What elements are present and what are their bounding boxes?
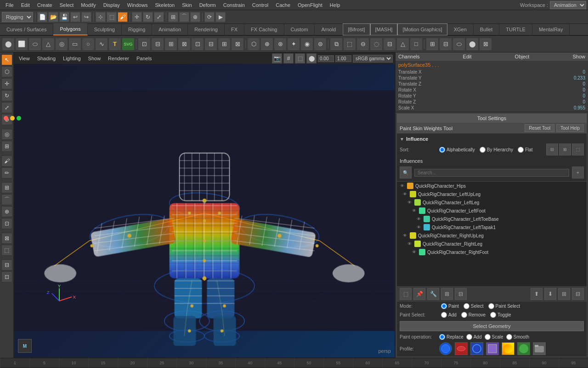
influence-item-rightleg[interactable]: 👁 QuickRigCharacter_RightLeg — [397, 240, 587, 248]
cylinder-btn[interactable]: ⬭ — [28, 38, 41, 51]
profile-icon-bell[interactable] — [455, 342, 468, 355]
workspace-select[interactable]: Animation — [550, 1, 586, 9]
paint-op-scale-radio[interactable]: Scale — [485, 334, 503, 340]
menu-cache[interactable]: Cache — [272, 1, 294, 9]
show-manip-btn[interactable]: ⊞ — [1, 141, 12, 152]
maximize-window-btn[interactable] — [17, 116, 21, 121]
automatic-map-btn[interactable]: ⊠ — [479, 38, 492, 51]
mirror-btn[interactable]: ⊟ — [383, 38, 396, 51]
sort-alpha-radio[interactable]: Alphabetically — [439, 147, 475, 153]
soft-select-btn[interactable]: ◎ — [1, 129, 12, 140]
tick-50[interactable]: 50 — [294, 358, 323, 368]
tick-90[interactable]: 90 — [529, 358, 559, 368]
menu-display[interactable]: Display — [100, 1, 124, 9]
open-scene-btn[interactable]: 📂 — [48, 12, 58, 22]
eye-icon-lefttapak1[interactable]: 👁 — [415, 224, 422, 230]
tick-45[interactable]: 45 — [265, 358, 294, 368]
quadrangulate-btn[interactable]: □ — [410, 38, 423, 51]
offset-loop-btn[interactable]: ⊞ — [218, 38, 231, 51]
select-tool-btn[interactable]: ↖ — [1, 54, 12, 65]
tick-1[interactable]: 1 — [0, 358, 29, 368]
tick-70[interactable]: 70 — [412, 358, 441, 368]
influence-expand-btn[interactable]: ⊞ — [558, 288, 570, 300]
append-btn[interactable]: ⊞ — [164, 38, 177, 51]
menu-select[interactable]: Select — [56, 1, 78, 9]
smooth-btn[interactable]: ◌ — [370, 38, 383, 51]
influences-view-large-btn[interactable]: ⬚ — [572, 144, 584, 155]
weld-btn[interactable]: ✦ — [287, 38, 300, 51]
split-btn[interactable]: ⊡ — [191, 38, 204, 51]
eye-icon-hips[interactable]: 👁 — [399, 183, 405, 189]
circularize-btn[interactable]: ◉ — [300, 38, 313, 51]
tab-bullet[interactable]: Bullet — [474, 23, 500, 35]
influence-move-down-btn[interactable]: ⬇ — [544, 288, 556, 300]
menu-openflight[interactable]: OpenFlight — [294, 1, 326, 9]
influence-move-up-btn[interactable]: ⬆ — [531, 288, 543, 300]
menu-skeleton[interactable]: Skeleton — [151, 1, 178, 9]
paint-btn[interactable]: 🖌 — [118, 12, 128, 22]
tick-85[interactable]: 85 — [500, 358, 529, 368]
channels-tab[interactable]: Channels — [398, 54, 419, 59]
tick-95[interactable]: 95 — [559, 358, 588, 368]
tab-fx-caching[interactable]: FX Caching — [244, 23, 284, 35]
sort-flat-radio[interactable]: Flat — [518, 147, 533, 153]
select-geometry-btn[interactable]: Select Geometry — [400, 321, 584, 331]
tick-40[interactable]: 40 — [235, 358, 265, 368]
vp-show-menu[interactable]: Show — [85, 55, 104, 62]
mode-select[interactable]: Rigging — [2, 12, 33, 22]
influence-item-rightupleg[interactable]: 👁 QuickRigCharacter_RightUpLeg — [397, 231, 587, 240]
show-tab[interactable]: Show — [572, 54, 585, 59]
tab-rigging[interactable]: Rigging — [122, 23, 152, 35]
eye-icon-leftfoot[interactable]: 👁 — [411, 207, 417, 214]
menu-constrain[interactable]: Constrain — [220, 1, 249, 9]
bevel-btn[interactable]: ⬡ — [247, 38, 260, 51]
influences-view-list-btn[interactable]: ⊟ — [546, 144, 558, 155]
menu-skin[interactable]: Skin — [178, 1, 195, 9]
select-btn[interactable]: ⊹ — [96, 12, 106, 22]
tick-80[interactable]: 80 — [470, 358, 500, 368]
vp-view-menu[interactable]: View — [16, 55, 33, 62]
paint-effects-btn[interactable]: ✏ — [1, 167, 12, 178]
influence-item-lefttoebase[interactable]: 👁 QuickRigCharacter_LeftToeBase — [397, 215, 587, 223]
tab-mentalray[interactable]: MentalRay — [532, 23, 570, 35]
eye-icon-leftupleg[interactable]: 👁 — [401, 191, 408, 197]
rotate-btn[interactable]: ↻ — [143, 12, 153, 22]
vp-scale-input[interactable] — [335, 55, 351, 62]
paint-select-add-radio[interactable]: Add — [441, 312, 457, 318]
uv-editor-btn[interactable]: ⊞ — [426, 38, 439, 51]
scale-btn[interactable]: ⤢ — [154, 12, 164, 22]
display-settings-btn[interactable]: ⊟ — [1, 259, 12, 270]
vp-shaded-btn[interactable]: ⬤ — [306, 53, 317, 63]
paint-select-remove-radio[interactable]: Remove — [461, 312, 486, 318]
tick-60[interactable]: 60 — [353, 358, 382, 368]
tick-10[interactable]: 10 — [59, 358, 88, 368]
snap-curve-btn[interactable]: ⌒ — [179, 12, 189, 22]
boolean-btn[interactable]: ⊖ — [356, 38, 369, 51]
paint-select-toggle-radio[interactable]: Toggle — [490, 312, 511, 318]
influence-search-input[interactable] — [414, 169, 569, 177]
menu-deform[interactable]: Deform — [196, 1, 220, 9]
translate-z-value[interactable]: 0 — [562, 81, 585, 86]
profile-icon-square[interactable] — [486, 342, 499, 355]
lasso-tool-btn[interactable]: ⬡ — [1, 66, 12, 77]
eye-icon-rightfoot[interactable]: 👁 — [411, 249, 417, 255]
helix-btn[interactable]: ∿ — [95, 38, 108, 51]
insert-loop-btn[interactable]: ⊟ — [204, 38, 217, 51]
influence-item-hips[interactable]: 👁 QuickRigCharacter_Hips — [397, 182, 587, 190]
pipe-btn[interactable]: ○ — [82, 38, 95, 51]
rotate-tool-btn[interactable]: ↻ — [1, 90, 12, 101]
influence-section-header[interactable]: ▼ Influence — [400, 135, 584, 143]
cone-btn[interactable]: △ — [42, 38, 55, 51]
bridge-btn[interactable]: ⊟ — [151, 38, 164, 51]
influence-paste-btn[interactable]: ⊟ — [455, 288, 467, 300]
combine-btn[interactable]: ⧉ — [330, 38, 343, 51]
separate-btn[interactable]: ⬚ — [343, 38, 356, 51]
new-scene-btn[interactable]: 📄 — [37, 12, 47, 22]
eye-icon-lefttoebase[interactable]: 👁 — [415, 216, 422, 222]
sphere-btn[interactable]: ⬤ — [2, 38, 15, 51]
mode-paint-radio[interactable]: Paint — [441, 303, 459, 309]
redo-btn[interactable]: ↪ — [81, 12, 91, 22]
save-btn[interactable]: 💾 — [59, 12, 69, 22]
eye-icon-rightleg[interactable]: 👁 — [406, 241, 413, 247]
rotate-x-value[interactable]: 0 — [562, 87, 585, 92]
